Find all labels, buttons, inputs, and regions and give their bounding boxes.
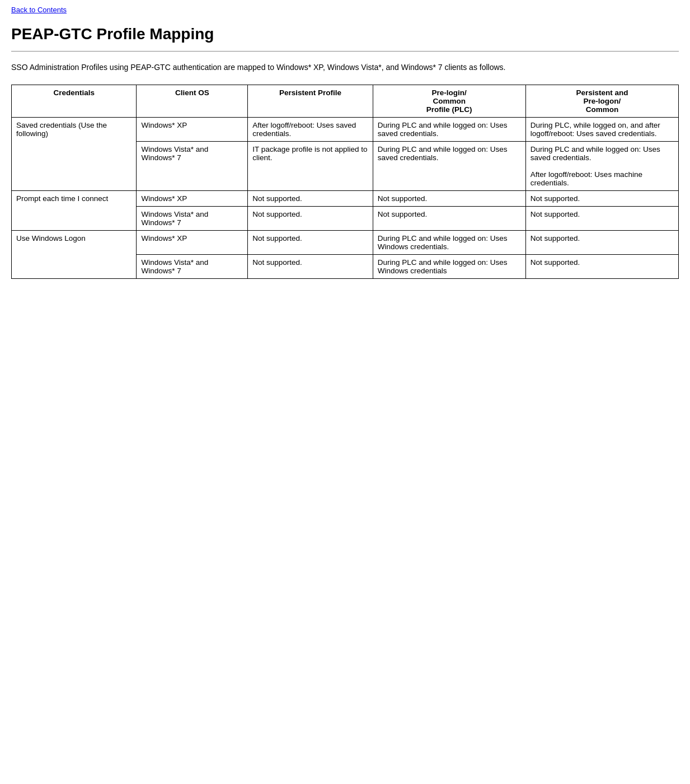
intro-paragraph: SSO Administration Profiles using PEAP-G… [11, 62, 679, 73]
cell-persistent: Not supported. [248, 255, 373, 279]
cell-prelogin: Not supported. [373, 191, 525, 207]
table-row: Prompt each time I connectWindows* XPNot… [12, 191, 679, 207]
cell-persistent: Not supported. [248, 207, 373, 231]
divider [11, 51, 679, 52]
cell-client-os: Windows* XP [137, 191, 248, 207]
cell-client-os: Windows* XP [137, 118, 248, 142]
cell-client-os: Windows Vista* and Windows* 7 [137, 255, 248, 279]
cell-persistent-and: During PLC and while logged on: Uses sav… [525, 142, 678, 191]
cell-persistent-and: Not supported. [525, 207, 678, 231]
header-prelogin: Pre-login/CommonProfile (PLC) [373, 85, 525, 118]
table-row: Use Windows LogonWindows* XPNot supporte… [12, 231, 679, 255]
cell-credentials: Saved credentials (Use the following) [12, 118, 137, 191]
cell-client-os: Windows Vista* and Windows* 7 [137, 142, 248, 191]
peap-gtc-table: Credentials Client OS Persistent Profile… [11, 85, 679, 279]
cell-persistent: After logoff/reboot: Uses saved credenti… [248, 118, 373, 142]
header-persistent-and: Persistent andPre-logon/Common [525, 85, 678, 118]
cell-prelogin: During PLC and while logged on: Uses Win… [373, 231, 525, 255]
cell-persistent-and: During PLC, while logged on, and after l… [525, 118, 678, 142]
cell-client-os: Windows Vista* and Windows* 7 [137, 207, 248, 231]
table-row: Saved credentials (Use the following)Win… [12, 118, 679, 142]
header-client-os: Client OS [137, 85, 248, 118]
cell-persistent: Not supported. [248, 191, 373, 207]
cell-persistent-and: Not supported. [525, 255, 678, 279]
header-persistent: Persistent Profile [248, 85, 373, 118]
cell-credentials: Use Windows Logon [12, 231, 137, 279]
cell-persistent-and: Not supported. [525, 191, 678, 207]
cell-prelogin: Not supported. [373, 207, 525, 231]
cell-client-os: Windows* XP [137, 231, 248, 255]
cell-persistent-and: Not supported. [525, 231, 678, 255]
cell-prelogin: During PLC and while logged on: Uses sav… [373, 118, 525, 142]
page-title: PEAP-GTC Profile Mapping [11, 25, 679, 43]
cell-persistent: IT package profile is not applied to cli… [248, 142, 373, 191]
header-credentials: Credentials [12, 85, 137, 118]
back-to-contents-link[interactable]: Back to Contents [11, 6, 679, 14]
cell-persistent: Not supported. [248, 231, 373, 255]
cell-credentials: Prompt each time I connect [12, 191, 137, 231]
cell-prelogin: During PLC and while logged on: Uses sav… [373, 142, 525, 191]
cell-prelogin: During PLC and while logged on: Uses Win… [373, 255, 525, 279]
